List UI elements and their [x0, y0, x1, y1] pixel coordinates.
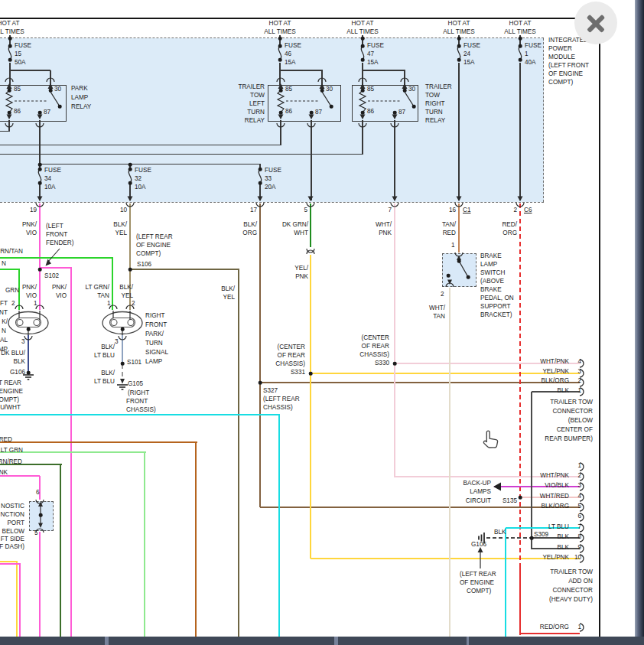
diagram-label: 47: [367, 50, 374, 59]
diagram-label: COMPT): [467, 588, 491, 596]
diagram-label: FUSE: [44, 167, 61, 175]
diagram-label: WHT/: [376, 221, 392, 230]
diagram-label: SIGNAL: [145, 349, 168, 357]
diagram-label: COMPT): [136, 250, 161, 259]
diagram-label: N: [2, 327, 6, 336]
diagram-label: HOT AT: [352, 20, 374, 28]
diagram-label: 2: [513, 207, 517, 215]
diagram-label: CIRCUIT: [466, 497, 491, 506]
diagram-label: (CENTER: [278, 344, 305, 352]
diagram-label: GRN: [5, 287, 19, 295]
diagram-label: 19: [30, 207, 37, 215]
diagram-label: 85: [367, 86, 374, 94]
diagram-label: BLK/ORG: [542, 377, 569, 386]
diagram-label: 3: [115, 338, 119, 347]
cursor-hand-icon: [482, 430, 505, 456]
diagram-label: ADD ON: [568, 578, 593, 586]
diagram-label: HOT AT: [269, 20, 291, 28]
diagram-label: 16: [449, 207, 456, 215]
diagram-label: BLK/ORG: [542, 503, 569, 511]
diagram-label: FUSE: [463, 42, 480, 50]
diagram-label: RELAY: [245, 117, 265, 125]
diagram-label: 1: [577, 387, 581, 396]
diagram-label: RIGHT: [145, 312, 164, 321]
diagram-label: COMPT): [548, 79, 573, 87]
diagram-label: 1: [525, 50, 529, 59]
diagram-label: FENDER): [46, 239, 73, 248]
diagram-label: 5: [34, 529, 38, 538]
diagram-label: G105: [128, 380, 143, 389]
diagram-label: 1: [451, 242, 455, 250]
diagram-label: LAMPS: [470, 488, 491, 497]
diagram-label: WHT/RED: [540, 493, 569, 501]
diagram-label: 15: [15, 50, 21, 59]
diagram-label: 8: [577, 533, 581, 542]
diagram-label: CONNECTOR: [552, 587, 593, 595]
diagram-label: TRAILER TOW: [550, 399, 593, 407]
diagram-label: OF ENGINE: [136, 242, 171, 250]
diagram-label: OF REAR: [278, 352, 305, 360]
close-button[interactable]: [574, 2, 617, 44]
diagram-label: BLK: [14, 358, 25, 366]
diagram-label: (HEAVY DUTY): [549, 596, 593, 604]
diagram-labels: HOT ATALL TIMESHOT ATALL TIMESHOT ATALL …: [0, 0, 644, 645]
diagram-label: N: [2, 260, 6, 269]
diagram-label: BLK/: [113, 221, 127, 230]
diagram-label: S309: [534, 531, 548, 539]
diagram-label: BLK: [558, 533, 569, 542]
diagram-label: RED/ORG: [540, 624, 569, 632]
diagram-label: FRONT: [145, 321, 167, 330]
diagram-label: BRAKE: [480, 286, 502, 295]
diagram-label: NCTION: [1, 511, 24, 520]
diagram-label: S327: [263, 387, 278, 396]
diagram-label: 87: [44, 109, 50, 117]
diagram-label: 3: [577, 368, 581, 376]
diagram-label: (BELOW: [568, 417, 593, 425]
diagram-label: FUSE: [135, 167, 151, 175]
diagram-label: BLK: [558, 544, 569, 552]
diagram-label: 10A: [44, 184, 56, 192]
diagram-label: FUSE: [285, 42, 301, 50]
diagram-label: TAN: [433, 313, 445, 321]
diagram-label: 85: [14, 86, 21, 94]
diagram-label: 15A: [285, 59, 296, 67]
diagram-label: T REAR: [0, 380, 21, 388]
diagram-label: FUSE: [525, 42, 542, 50]
diagram-label: TRAILER: [238, 83, 265, 92]
diagram-label: BLK: [494, 529, 506, 537]
diagram-label: 17: [250, 207, 257, 215]
diagram-label: YEL: [223, 294, 235, 302]
diagram-label: BLK/: [101, 370, 115, 378]
diagram-label: MODULE: [548, 54, 575, 62]
diagram-label: PNK/: [52, 284, 67, 292]
diagram-label: RED/: [502, 221, 517, 230]
diagram-label: 2: [132, 300, 135, 308]
diagram-label: TOW: [425, 92, 440, 100]
diagram-label: 4: [577, 493, 581, 501]
diagram-label: 30: [326, 86, 333, 94]
diagram-label: K/: [2, 318, 8, 327]
diagram-label: ALL TIMES: [264, 28, 295, 37]
diagram-label: RN/RED: [0, 458, 22, 467]
diagram-label: OF REAR: [362, 343, 389, 351]
window-edge-right: [635, 0, 644, 645]
diagram-label: CHASSIS): [126, 406, 156, 415]
diagram-label: HOT AT: [509, 20, 532, 28]
diagram-label: 1: [34, 300, 37, 308]
diagram-label: RED: [0, 436, 12, 445]
diagram-label: DK BLU/: [1, 350, 25, 358]
diagram-label: TURN: [145, 340, 163, 348]
diagram-label: C1: [463, 207, 470, 215]
diagram-label: PARK: [71, 85, 88, 93]
diagram-label: BLK/: [221, 285, 235, 294]
diagram-label: FUSE: [15, 42, 31, 50]
bottom-band-divider: [334, 637, 338, 645]
diagram-label: 15A: [463, 59, 475, 67]
diagram-label: BLK/: [243, 221, 257, 230]
diagram-label: TAN/: [442, 221, 456, 230]
diagram-label: 10A: [135, 184, 146, 192]
diagram-label: BLK: [558, 387, 569, 396]
diagram-label: U/WHT: [0, 404, 21, 412]
diagram-label: BLK/: [101, 344, 115, 352]
diagram-label: 2: [441, 291, 444, 299]
